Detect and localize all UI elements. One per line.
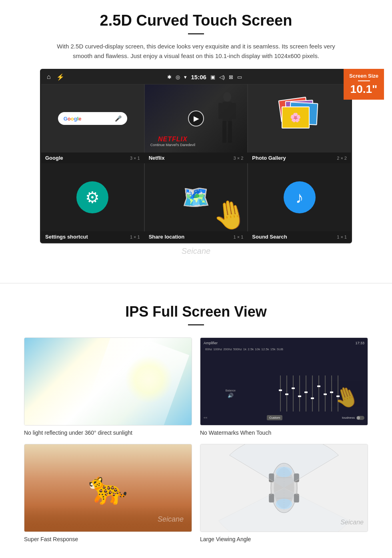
- svg-rect-7: [279, 389, 282, 391]
- svg-rect-17: [311, 397, 314, 399]
- status-left-icons: ⌂ ⚡: [47, 73, 64, 81]
- google-search-bar[interactable]: Google 🎤: [58, 112, 127, 125]
- sound-label-size: 1 × 1: [337, 235, 347, 239]
- seicane-watermark-cheetah: Seicane: [158, 515, 184, 524]
- amp-bars: Balance 🔊: [204, 353, 364, 413]
- app-grid-top: Google 🎤: [41, 84, 351, 153]
- status-bar: ⌂ ⚡ ✱ ◎ ▾ 15:06 ▣ ◁) ⊠ ▭: [41, 70, 351, 84]
- settings-label-name: Settings shortcut: [45, 234, 88, 240]
- balance-icon: 🔊: [228, 393, 234, 398]
- feature-cheetah: 🐆 Seicane Super Fast Response: [24, 444, 192, 542]
- camera-icon: ▣: [210, 74, 215, 80]
- svg-rect-21: [324, 393, 327, 395]
- loudness-label: loudness: [342, 416, 355, 420]
- settings-label: Settings shortcut 1 × 1: [41, 231, 144, 242]
- gallery-app-cell[interactable]: 🌸: [248, 84, 351, 153]
- usb-icon: ⚡: [56, 73, 64, 81]
- app-grid-bottom: ⚙ ⚙ 🗺️ 🤚 ♪: [41, 163, 351, 231]
- cell-labels-bottom: Settings shortcut 1 × 1 Share location 1…: [41, 231, 351, 242]
- freq-15k: 15k: [270, 347, 276, 351]
- window-icon: ▭: [237, 74, 242, 80]
- netflix-label: Netflix 3 × 2: [145, 153, 248, 163]
- svg-rect-9: [285, 393, 288, 395]
- gallery-label: Photo Gallery 2 × 2: [248, 153, 351, 163]
- freq-500: 500hz: [233, 347, 242, 351]
- share-label-name: Share location: [149, 234, 185, 240]
- music-app-cell[interactable]: ♪: [248, 163, 351, 231]
- amp-custom-button[interactable]: Custom: [267, 415, 283, 420]
- loudness-toggle[interactable]: [356, 416, 364, 420]
- seicane-watermark-car: Seicane: [340, 519, 364, 526]
- feature-grid: No light reflecting under 360° direct su…: [24, 337, 368, 542]
- car-image: Seicane: [200, 444, 368, 532]
- share-label-size: 1 × 1: [234, 235, 244, 239]
- status-center: ✱ ◎ ▾ 15:06 ▣ ◁) ⊠ ▭: [64, 74, 345, 80]
- status-time: 15:06: [191, 74, 206, 80]
- amp-bar-balance: Balance 🔊: [226, 389, 236, 398]
- title-divider: [188, 33, 204, 34]
- svg-rect-4: [222, 121, 226, 143]
- sun-glow: [125, 355, 173, 403]
- sunlight-bg: [24, 338, 192, 425]
- settings-app-cell[interactable]: ⚙ ⚙: [41, 163, 144, 231]
- amp-header: Amplifier 17:33: [204, 341, 364, 345]
- cheetah-image: 🐆 Seicane: [24, 444, 192, 532]
- share-label: Share location 1 × 1: [145, 231, 248, 242]
- feature-amplifier: Amplifier 17:33 60hz 100hz 200hz 500hz 1…: [200, 337, 368, 436]
- screen-size-value: 10.1": [349, 83, 378, 96]
- netflix-play-button[interactable]: ▶: [188, 110, 204, 126]
- freq-60: 60hz: [205, 347, 212, 351]
- section1-title: 2.5D Curved Touch Screen: [24, 12, 368, 29]
- seicane-device-watermark: Seicane: [40, 243, 352, 259]
- google-app-cell[interactable]: Google 🎤: [41, 84, 144, 153]
- svg-rect-1: [222, 102, 232, 122]
- maps-app-cell[interactable]: 🗺️ 🤚: [145, 163, 248, 231]
- amplifier-bg: Amplifier 17:33 60hz 100hz 200hz 500hz 1…: [200, 338, 368, 425]
- gallery-photos: 🌸: [280, 98, 320, 138]
- balance-label: Balance: [226, 389, 236, 392]
- amplifier-label: No Watermarks When Touch: [200, 430, 368, 436]
- svg-rect-5: [228, 121, 232, 143]
- netflix-app-cell[interactable]: ▶ NETFLIX Continue Marvel's Daredevil: [145, 84, 248, 153]
- close-icon: ⊠: [229, 74, 233, 80]
- netflix-label-overlay: NETFLIX Continue Marvel's Daredevil: [150, 136, 195, 147]
- netflix-brand: NETFLIX: [150, 136, 195, 143]
- car-label: Large Viewing Angle: [200, 536, 368, 542]
- settings-icon-background: ⚙: [76, 181, 108, 213]
- settings-label-size: 1 × 1: [130, 235, 140, 239]
- daredevil-figure: [215, 88, 239, 147]
- wifi-icon: ▾: [184, 74, 187, 80]
- svg-rect-2: [218, 103, 222, 119]
- gallery-label-size: 2 × 2: [337, 156, 347, 161]
- svg-point-0: [223, 92, 231, 102]
- screen-size-badge: Screen Size 10.1": [344, 69, 384, 100]
- svg-rect-19: [317, 385, 320, 387]
- svg-rect-13: [298, 395, 301, 397]
- sound-label: Sound Search 1 × 1: [248, 231, 351, 242]
- device-wrapper: Screen Size 10.1" ⌂ ⚡ ✱ ◎ ▾ 15:06 ▣ ◁) ⊠: [40, 69, 352, 259]
- music-icon-background: ♪: [284, 181, 316, 213]
- amp-time: 17:33: [355, 341, 364, 345]
- svg-rect-11: [292, 387, 295, 389]
- amp-loudness: loudness: [342, 416, 364, 420]
- bluetooth-icon: ✱: [167, 74, 172, 80]
- svg-rect-15: [304, 391, 308, 393]
- section-curved-touch: 2.5D Curved Touch Screen With 2.5D curve…: [0, 0, 392, 267]
- google-mic-icon[interactable]: 🎤: [115, 115, 122, 122]
- amp-freq-labels: 60hz 100hz 200hz 500hz 1k 2.5k 10k 12.5k…: [204, 347, 364, 351]
- freq-2.5k: 2.5k: [248, 347, 254, 351]
- freq-12.5k: 12.5k: [261, 347, 269, 351]
- hand-touching-icon: 🤚: [210, 196, 247, 231]
- section1-desc: With 2.5D curved-display screen, this de…: [56, 42, 336, 61]
- netflix-label-size: 3 × 2: [234, 156, 244, 161]
- cheetah-icon: 🐆: [88, 469, 128, 507]
- google-label-size: 3 × 1: [130, 156, 140, 161]
- feature-car: Seicane Large Viewing Angle: [200, 444, 368, 542]
- section2-title: IPS Full Screen View: [24, 303, 368, 320]
- volume-icon: ◁): [219, 74, 225, 80]
- cheetah-label: Super Fast Response: [24, 536, 192, 542]
- cheetah-bg: 🐆 Seicane: [24, 444, 192, 532]
- sunlight-label: No light reflecting under 360° direct su…: [24, 430, 192, 436]
- google-label: Google 3 × 1: [41, 153, 144, 163]
- amp-footer: << Custom loudness: [204, 413, 364, 422]
